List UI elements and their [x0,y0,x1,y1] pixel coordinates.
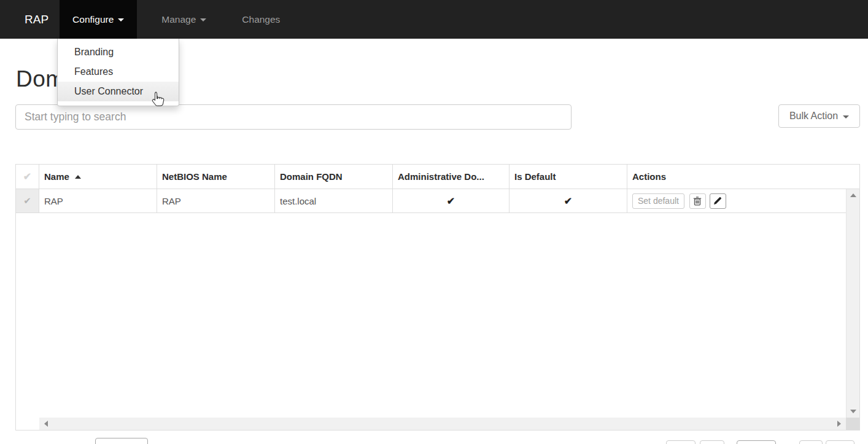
nav-item-manage[interactable]: Manage [149,0,219,39]
menu-item-user-connector[interactable]: User Connector [58,82,179,101]
column-header-name-label: Name [44,171,69,182]
scroll-left-arrow-icon[interactable] [44,421,48,427]
row-checkbox[interactable]: ✔ [16,189,39,212]
menu-item-branding[interactable]: Branding [58,42,179,62]
column-header-fqdn[interactable]: Domain FQDN [275,165,393,189]
brand-logo[interactable]: RAP [0,0,60,39]
caret-down-icon [118,18,124,21]
pagination-stub-button[interactable] [700,440,724,444]
column-header-netbios-label: NetBIOS Name [162,171,227,182]
row-cell-actions: Set default [627,189,859,212]
delete-button[interactable] [689,193,706,209]
column-header-actions-label: Actions [632,171,666,182]
column-header-admin-domain-label: Administrative Do... [398,171,484,182]
sort-ascending-icon [75,175,81,179]
top-navbar: RAP Configure Manage Changes [0,0,868,39]
nav-item-manage-label: Manage [161,14,196,25]
domains-table: ✔ Name NetBIOS Name Domain FQDN Administ… [15,164,860,430]
horizontal-scrollbar[interactable] [39,418,846,430]
menu-item-features[interactable]: Features [58,62,179,82]
configure-dropdown-menu: Branding Features User Connector [57,39,179,106]
table-header-row: ✔ Name NetBIOS Name Domain FQDN Administ… [16,165,859,189]
scroll-down-arrow-icon[interactable] [850,410,856,413]
column-header-name[interactable]: Name [39,165,157,189]
row-cell-fqdn: test.local [275,189,393,212]
vertical-scrollbar[interactable] [846,189,859,418]
check-icon: ✔ [23,195,31,206]
scroll-up-arrow-icon[interactable] [850,193,856,197]
select-all-checkbox[interactable]: ✔ [16,165,39,189]
column-header-is-default[interactable]: Is Default [510,165,627,189]
column-header-admin-domain[interactable]: Administrative Do... [393,165,510,189]
column-header-is-default-label: Is Default [514,171,556,182]
pagination-stub-button[interactable] [799,440,823,444]
set-default-button[interactable]: Set default [632,193,684,209]
column-header-fqdn-label: Domain FQDN [280,171,343,182]
column-header-netbios[interactable]: NetBIOS Name [157,165,275,189]
edit-button[interactable] [710,193,726,209]
pencil-icon [713,197,722,205]
pagination-stub-button[interactable] [737,440,776,444]
caret-down-icon [843,115,849,119]
footer-stub-button[interactable] [95,438,148,444]
row-cell-is-default: ✔ [510,189,627,212]
row-cell-name: RAP [39,189,157,212]
trash-icon [693,197,702,206]
check-icon: ✔ [447,195,455,207]
pagination-stub-button[interactable] [826,440,854,444]
check-icon: ✔ [23,171,31,182]
caret-down-icon [200,18,206,21]
nav-item-changes[interactable]: Changes [229,0,293,39]
bulk-action-label: Bulk Action [789,111,838,122]
pagination-stub-button[interactable] [666,440,696,444]
app-window: RAP Configure Manage Changes Domains Bul… [0,0,868,444]
table-row: ✔ RAP RAP test.local ✔ ✔ Set default [16,189,859,213]
column-header-actions: Actions [627,165,859,189]
check-icon: ✔ [564,195,572,207]
nav-item-changes-label: Changes [242,14,280,25]
scroll-right-arrow-icon[interactable] [837,421,841,427]
scrollbar-corner [846,418,859,430]
row-cell-netbios: RAP [157,189,275,212]
row-cell-admin-domain: ✔ [393,189,510,212]
nav-item-configure-label: Configure [72,14,114,25]
bulk-action-button[interactable]: Bulk Action [778,104,860,128]
search-input[interactable] [15,104,572,130]
nav-item-configure[interactable]: Configure [60,0,137,39]
